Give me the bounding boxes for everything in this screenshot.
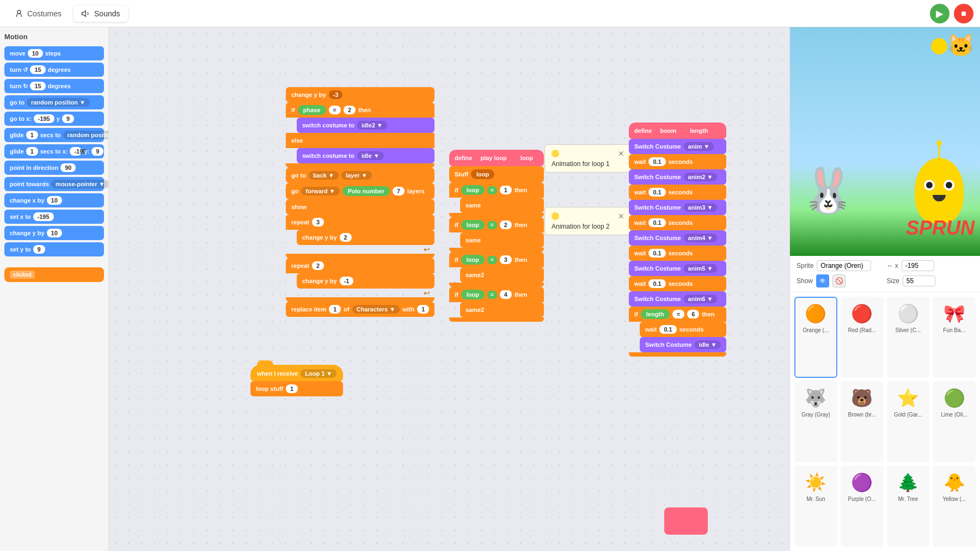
costumes-tab[interactable]: Costumes [7,5,69,22]
sprite-orange[interactable]: 🟠 Orange (... ✕ [794,297,837,378]
goto-xy-block[interactable]: go to x: -195 y 9 [4,112,104,126]
annotation-text-2: Animation for loop 2 [552,223,624,230]
replace-item-block[interactable]: replace item 1 of Characters ▼ with 1 [286,302,434,317]
if-loop-3[interactable]: if loop = 3 then same2 [449,252,544,287]
stop-button[interactable]: ■ [954,4,973,23]
repeat-3-block[interactable]: repeat 3 change y by 2 ↩ [286,215,434,258]
same-block-1[interactable]: same [460,198,544,213]
wait-01-3[interactable]: wait 0.1 seconds [629,215,726,230]
repeat-2-block[interactable]: repeat 2 change y by -1 ↩ [286,258,434,302]
sprite-purple[interactable]: 🟣 Purple (O... [841,466,884,547]
if-loop-1[interactable]: if loop = 1 then same [449,182,544,217]
switch-idle[interactable]: Switch Costume idle ▼ [640,337,726,352]
wait-01-6[interactable]: wait 0.1 seconds [640,322,726,337]
define-play-loop[interactable]: define play loop loop [449,150,544,166]
point-direction-block[interactable]: point in direction 90 [4,161,104,175]
wait-01-2[interactable]: wait 0.1 seconds [629,185,726,200]
switch-anim5[interactable]: Switch Costume anim5 ▼ [629,261,726,276]
right-panel: 🐰 [789,27,980,551]
change-y-block[interactable]: change y by 10 [4,226,104,240]
move-block[interactable]: move 10 steps [4,46,104,60]
if-loop-2[interactable]: if loop = 2 then same [449,217,544,252]
sounds-tab-label: Sounds [94,9,120,18]
sprite-name-input[interactable] [817,260,871,271]
point-towards-block[interactable]: point towards mouse-pointer ▼ [4,177,104,191]
turn-ccw-block[interactable]: turn ↺ 15 degrees [4,63,104,77]
glide-xy-block[interactable]: glide 1 secs to x: -195 y: 9 [4,144,104,158]
annotation-text-1: Animation for loop 1 [552,160,624,168]
top-bar: Costumes Sounds ▶ ■ [0,0,980,27]
x-arrows: ↔ x [887,262,898,270]
sprite-funba[interactable]: 🎀 Fun Ba... [933,297,976,378]
switch-costume-idle2[interactable]: switch costume to idle2 ▼ [297,118,434,133]
sun [931,38,947,54]
annotation-close-2[interactable]: ✕ [618,212,624,221]
pink-char: 🐰 [801,169,855,212]
switch-anim3[interactable]: Switch Costume anim3 ▼ [629,200,726,215]
wait-01-5[interactable]: wait 0.1 seconds [629,276,726,291]
sprite-brown[interactable]: 🐻 Brown (br... [841,381,884,462]
stuff-loop[interactable]: Stuff loop [449,166,544,182]
sprite-silver[interactable]: ⚪ Silver (C... [887,297,930,378]
sprite-name-row: Sprite [797,260,884,271]
wait-01-1[interactable]: wait 0.1 seconds [629,154,726,169]
else-block: else [286,133,434,148]
goto-random-block[interactable]: go to random position ▼ [4,95,104,109]
sprite-sun[interactable]: ☀️ Mr. Sun [794,466,837,547]
block-group-5: define boom length Switch Costume anim ▼… [629,123,726,357]
switch-costume-idle[interactable]: switch costume to idle ▼ [297,148,434,163]
decorative-pink [664,507,708,535]
size-label: Size [887,277,899,285]
sprite-tree[interactable]: 🌲 Mr. Tree [887,466,930,547]
code-area[interactable]: change y by -3 if phase = 2 then switch … [109,27,789,551]
annotation-close-1[interactable]: ✕ [618,149,624,158]
size-input[interactable] [903,276,935,286]
sprite-gold[interactable]: ⭐ Gold (Gar... [887,381,930,462]
turn-cw-block[interactable]: turn ↻ 15 degrees [4,79,104,93]
go-forward-layers[interactable]: go forward ▼ Polo number 7 layers [286,183,434,199]
costumes-icon [14,9,24,19]
switch-anim2[interactable]: Switch Costume anim2 ▼ [629,169,726,185]
change-y-minus1[interactable]: change y by -1 [297,273,434,289]
if-phase-block[interactable]: if phase = 2 then switch costume to idle… [286,102,434,168]
show-block[interactable]: show [286,199,434,215]
sprun-text: SPRUN [906,217,975,240]
change-x-block[interactable]: change x by 10 [4,193,104,207]
sprite-lime[interactable]: 🟢 Lime (Oli... [933,381,976,462]
change-y-block-1[interactable]: change y by -3 [286,87,434,102]
same-block-2[interactable]: same [460,232,544,248]
clicked-indicator: clicked [4,267,104,282]
sprite-red[interactable]: 🔴 Red (Rad... [841,297,884,378]
change-y-2[interactable]: change y by 2 [297,230,434,245]
define-boom[interactable]: define boom length [629,123,726,139]
sprite-gray[interactable]: 🐺 Gray (Gray) [794,381,837,462]
green-flag-button[interactable]: ▶ [930,4,950,23]
sprite-label: Sprite [797,262,813,270]
switch-anim1[interactable]: Switch Costume anim ▼ [629,139,726,154]
x-input[interactable] [902,260,934,271]
when-receive-hat[interactable]: when I receive Loop 1 ▼ [250,365,343,381]
block-group-3: define play loop loop Stuff loop if loop… [449,150,544,322]
if-loop-4[interactable]: if loop = 4 then same2 [449,287,544,322]
if-length-6[interactable]: if length = 6 then wait 0.1 seconds Swit… [629,307,726,357]
show-eye-button[interactable]: 👁 [816,274,829,287]
hide-button[interactable]: 🚫 [832,274,846,287]
wait-01-4[interactable]: wait 0.1 seconds [629,246,726,261]
size-control-row: Size [887,274,974,287]
set-y-block[interactable]: set y to 9 [4,242,104,256]
sounds-tab[interactable]: Sounds [74,5,127,22]
annotation-dot-2 [552,212,559,220]
block-group-1: change y by -3 if phase = 2 then switch … [286,87,434,317]
switch-anim6[interactable]: Switch Costume anim6 ▼ [629,291,726,307]
same2-block-2[interactable]: same2 [460,302,544,317]
x-control-row: ↔ x [887,260,974,271]
switch-anim4[interactable]: Switch Costume anim4 ▼ [629,230,726,246]
same2-block-1[interactable]: same2 [460,267,544,283]
char-icon-top: 🐱 [947,33,975,58]
glide-random-block[interactable]: glide 1 secs to random position ▼ [4,128,104,142]
goto-back-layer[interactable]: go to back ▼ layer ▼ [286,168,434,183]
sprite-yellow[interactable]: 🐥 Yellow (... [933,466,976,547]
set-x-block[interactable]: set x to -195 [4,210,104,224]
annotation-dot-1 [552,150,559,157]
loop-stuff-block[interactable]: loop stuff 1 [250,381,343,396]
